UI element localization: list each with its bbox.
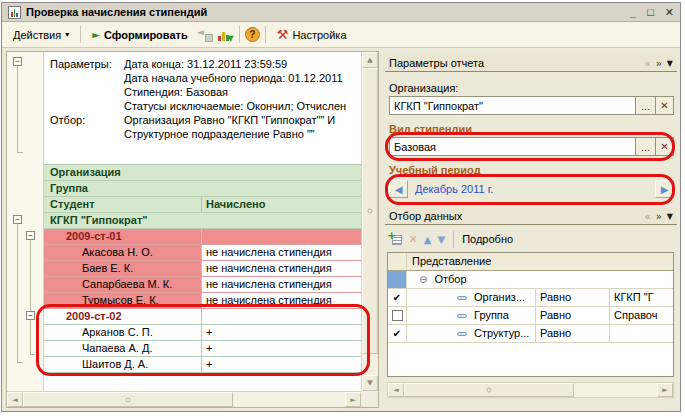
filter-op: Равно bbox=[536, 289, 610, 306]
delete-filter-button[interactable]: ✕ bbox=[409, 233, 418, 246]
help-button[interactable]: ? bbox=[245, 27, 260, 42]
restore-values-button[interactable]: ◄ bbox=[197, 27, 214, 43]
scroll-up-button[interactable]: ▲ bbox=[362, 52, 378, 68]
student-row: Сапарбаева М. К. не начислена стипендия bbox=[44, 277, 361, 293]
filter-value: Справоч bbox=[610, 307, 673, 324]
details-button[interactable]: Подробно bbox=[462, 233, 513, 245]
generate-button[interactable]: ► Сформировать bbox=[86, 26, 194, 44]
filter-label: Отбор: bbox=[50, 114, 85, 126]
toolbar-separator bbox=[265, 26, 266, 43]
scholarship-kind-label: Вид стипендии bbox=[389, 123, 472, 135]
report-app-icon bbox=[8, 6, 21, 19]
filter-op: Равно bbox=[536, 325, 610, 342]
scholarship-kind-clear-button[interactable]: ✕ bbox=[655, 138, 673, 155]
collapse-right-icon[interactable]: » bbox=[656, 58, 662, 69]
filter-toolbar: + ▾ ✕ ▲ ▼ Подробно bbox=[387, 229, 674, 249]
collapse-left-icon[interactable]: « bbox=[645, 211, 651, 222]
tree-line bbox=[30, 354, 35, 355]
app-window: Проверка начисления стипендий _ □ ✕ Дейс… bbox=[1, 2, 681, 412]
scroll-down-button[interactable]: ▼ bbox=[362, 375, 378, 391]
panel-menu-icon[interactable]: ▼ bbox=[667, 59, 673, 68]
student-row: Чапаева А. Д. + bbox=[44, 341, 361, 357]
field-item-icon bbox=[457, 296, 467, 300]
save-values-button[interactable]: ▼ bbox=[217, 27, 234, 43]
checkbox-checked[interactable]: ✔ bbox=[393, 329, 401, 339]
student-row: Турмысов Е. К. не начислена стипендия bbox=[44, 293, 361, 309]
collapse-right-icon[interactable]: » bbox=[656, 211, 662, 222]
tools-icon: ⚒ bbox=[277, 28, 289, 41]
scroll-right-button[interactable]: ► bbox=[345, 392, 361, 407]
filter-row-group[interactable]: Группа Равно Справоч bbox=[388, 307, 673, 325]
expander-organization[interactable]: − bbox=[13, 215, 22, 224]
study-period-control: ◀ Декабрь 2011 г. ▶ bbox=[389, 179, 674, 199]
add-filter-button[interactable]: + ▾ bbox=[387, 232, 403, 246]
filter-row-organization[interactable]: ✔ Организ... Равно КГКП "Г bbox=[388, 289, 673, 307]
scroll-thumb[interactable] bbox=[404, 383, 574, 397]
report-horizontal-scrollbar[interactable]: ◄ ► bbox=[7, 391, 361, 407]
organization-row: КГКП "Гиппократ" bbox=[44, 213, 361, 229]
scroll-left-button[interactable]: ◄ bbox=[7, 392, 23, 407]
move-down-button[interactable]: ▼ bbox=[437, 234, 445, 245]
minimize-button[interactable]: _ bbox=[630, 7, 636, 18]
data-filter-panel-header: Отбор данных « » ▼ bbox=[385, 208, 677, 225]
filter-value bbox=[610, 325, 673, 342]
param-line: Дата конца: 31.12.2011 23:59:59 bbox=[124, 58, 287, 70]
filter-table: Представление ⊖ Отбор ✔ Организ... Равно… bbox=[387, 252, 674, 377]
expander-group-2[interactable]: − bbox=[26, 311, 35, 320]
field-item-icon bbox=[457, 332, 467, 336]
student-row: Арканов С. П. + bbox=[44, 325, 361, 341]
student-row: Шаитов Д. А. + bbox=[44, 357, 361, 373]
filter-field: Структур... bbox=[474, 327, 529, 339]
tree-line bbox=[17, 152, 23, 153]
close-button[interactable]: ✕ bbox=[665, 7, 674, 18]
add-icon: + bbox=[387, 232, 402, 246]
scroll-thumb[interactable] bbox=[23, 392, 233, 407]
filter-value: КГКП "Г bbox=[610, 289, 673, 306]
organization-clear-button[interactable]: ✕ bbox=[655, 97, 673, 114]
filter-table-header: Представление bbox=[388, 253, 673, 271]
study-period-value[interactable]: Декабрь 2011 г. bbox=[415, 183, 493, 195]
organization-field[interactable]: КГКП "Гиппократ" ... ✕ bbox=[389, 96, 674, 115]
filter-horizontal-scrollbar[interactable]: ◄ ► bbox=[387, 382, 674, 398]
filter-row-structure[interactable]: ✔ Структур... Равно bbox=[388, 325, 673, 343]
settings-button[interactable]: ⚒ Настройка bbox=[271, 25, 353, 44]
report-params-panel-header: Параметры отчета « » ▼ bbox=[385, 55, 677, 72]
organization-value[interactable]: КГКП "Гиппократ" bbox=[390, 97, 635, 114]
filter-line: Структурное подразделение Равно "" bbox=[124, 128, 315, 140]
scroll-left-button[interactable]: ◄ bbox=[388, 383, 404, 397]
collapse-left-icon[interactable]: « bbox=[645, 58, 651, 69]
scroll-right-button[interactable]: ► bbox=[657, 383, 673, 397]
restore-values-icon bbox=[205, 34, 213, 42]
report-vertical-scrollbar[interactable]: ▲ ▼ bbox=[361, 52, 378, 391]
tree-line bbox=[30, 240, 31, 354]
panel-menu-icon[interactable]: ▼ bbox=[667, 212, 673, 221]
column-header-presentation[interactable]: Представление bbox=[407, 253, 673, 270]
expander-params[interactable]: − bbox=[13, 57, 22, 66]
param-line: Дата начала учебного периода: 01.12.2011 bbox=[124, 72, 343, 84]
toolbar-separator bbox=[80, 26, 81, 43]
report-parameters-block: Параметры: Дата конца: 31.12.2011 23:59:… bbox=[44, 52, 361, 164]
scholarship-kind-field[interactable]: Базовая ... ✕ bbox=[389, 137, 674, 156]
period-next-button[interactable]: ▶ bbox=[655, 180, 674, 198]
collapse-group-icon[interactable]: ⊖ bbox=[419, 274, 427, 285]
organization-select-button[interactable]: ... bbox=[635, 97, 655, 114]
maximize-button[interactable]: □ bbox=[647, 7, 654, 18]
param-line: Статусы исключаемые: Окончил; Отчислен bbox=[124, 100, 346, 112]
main-toolbar: Действия ▾ ► Сформировать ◄ ▼ ? ⚒ Настро… bbox=[2, 22, 680, 48]
filter-group-row[interactable]: ⊖ Отбор bbox=[388, 271, 673, 289]
tree-line bbox=[17, 66, 18, 152]
study-period-label: Учебный период bbox=[389, 164, 481, 176]
period-prev-button[interactable]: ◀ bbox=[389, 180, 408, 198]
scholarship-kind-select-button[interactable]: ... bbox=[635, 138, 655, 155]
scroll-thumb[interactable] bbox=[362, 68, 378, 354]
expander-group-1[interactable]: − bbox=[26, 231, 35, 240]
report-table: Организация Группа Студент Начислено КГК… bbox=[44, 164, 361, 373]
filter-op: Равно bbox=[536, 307, 610, 324]
window-title: Проверка начисления стипендий bbox=[26, 6, 207, 18]
checkbox-unchecked[interactable] bbox=[392, 310, 403, 321]
checkbox-checked[interactable]: ✔ bbox=[393, 293, 401, 303]
actions-button[interactable]: Действия ▾ bbox=[7, 26, 75, 44]
scholarship-kind-value[interactable]: Базовая bbox=[390, 138, 635, 155]
move-up-button[interactable]: ▲ bbox=[424, 234, 432, 245]
organization-label: Организация: bbox=[389, 82, 458, 94]
